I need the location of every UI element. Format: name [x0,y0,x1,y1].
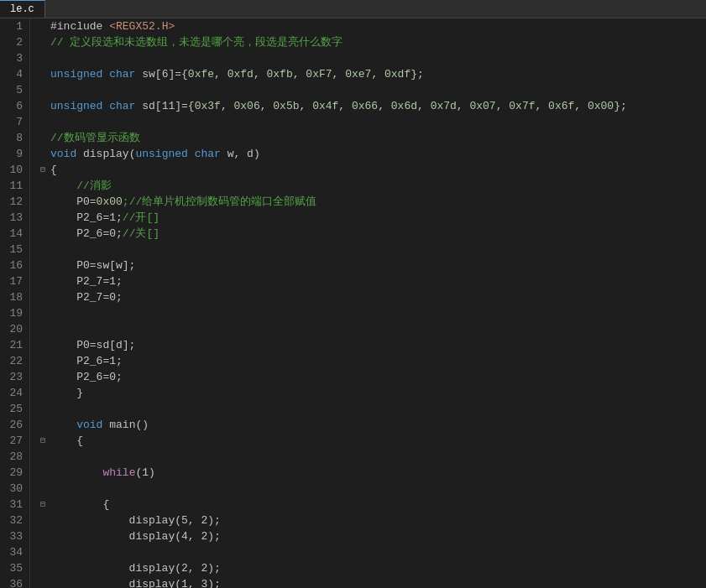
code-text: #include <REGX52.H> [50,18,699,34]
line-number-10: 10 [3,162,23,178]
code-line-14: P2_6=0;//关[] [37,226,699,242]
code-line-33: display(4, 2); [37,528,699,544]
code-line-10: ⊟{ [37,162,699,178]
code-line-4: unsigned char sw[6]={0xfe, 0xfd, 0xfb, 0… [37,66,699,82]
code-editor: 1234567891011121314151617181920212223242… [0,18,706,588]
line-number-35: 35 [3,560,23,576]
code-text: void main() [50,417,699,433]
code-text: { [50,433,699,449]
code-line-6: unsigned char sd[11]={0x3f, 0x06, 0x5b, … [37,98,699,114]
line-number-12: 12 [3,194,23,210]
code-text: //消影 [50,178,699,194]
line-number-29: 29 [3,465,23,481]
line-number-6: 6 [3,98,23,114]
code-line-27: ⊟ { [37,433,699,449]
line-number-7: 7 [3,114,23,130]
line-number-16: 16 [3,258,23,273]
code-text: // 定义段选和未选数组，未选是哪个亮，段选是亮什么数字 [50,34,699,50]
code-line-34 [37,544,699,560]
code-line-19 [37,305,699,321]
line-number-14: 14 [3,226,23,242]
line-number-21: 21 [3,337,23,353]
code-text: display(5, 2); [50,513,699,528]
code-line-22: P2_6=1; [37,353,699,369]
line-number-18: 18 [3,289,23,305]
code-text: P2_7=1; [50,273,699,289]
code-text: P0=sd[d]; [50,337,699,353]
code-line-25 [37,401,699,417]
code-text: P2_6=1;//开[] [50,210,699,226]
line-number-23: 23 [3,369,23,385]
code-line-21: P0=sd[d]; [37,337,699,353]
code-line-24: } [37,385,699,401]
line-number-17: 17 [3,273,23,289]
line-number-22: 22 [3,353,23,369]
line-numbers: 1234567891011121314151617181920212223242… [0,18,30,588]
code-line-28 [37,449,699,465]
code-content[interactable]: #include <REGX52.H>// 定义段选和未选数组，未选是哪个亮，段… [30,18,706,588]
code-line-7 [37,114,699,130]
line-number-20: 20 [3,321,23,337]
code-text: { [50,497,699,513]
code-line-11: //消影 [37,178,699,194]
fold-indicator[interactable]: ⊟ [37,497,49,513]
line-number-27: 27 [3,433,23,449]
code-line-15 [37,242,699,258]
line-number-36: 36 [3,576,23,588]
code-line-30 [37,481,699,497]
line-number-32: 32 [3,513,23,528]
line-number-19: 19 [3,305,23,321]
code-text: display(4, 2); [50,528,699,544]
line-number-33: 33 [3,528,23,544]
line-number-26: 26 [3,417,23,433]
code-line-32: display(5, 2); [37,513,699,528]
code-text: while(1) [50,465,699,481]
line-number-25: 25 [3,401,23,417]
fold-indicator[interactable]: ⊟ [37,162,49,178]
tab-label: le.c [10,3,34,15]
line-number-1: 1 [3,18,23,34]
code-text: { [50,162,699,178]
code-line-31: ⊟ { [37,497,699,513]
code-text: P0=sw[w]; [50,258,699,273]
line-number-13: 13 [3,210,23,226]
code-line-35: display(2, 2); [37,560,699,576]
line-number-5: 5 [3,82,23,98]
code-text: display(1, 3); [50,576,699,588]
code-text: } [50,385,699,401]
line-number-15: 15 [3,242,23,258]
code-line-26: void main() [37,417,699,433]
line-number-8: 8 [3,130,23,146]
fold-indicator[interactable]: ⊟ [37,433,49,449]
code-line-3 [37,50,699,66]
code-line-5 [37,82,699,98]
code-text: display(2, 2); [50,560,699,576]
tab-bar: le.c [0,0,706,18]
code-text: P0=0x00;//给单片机控制数码管的端口全部赋值 [50,194,699,210]
code-line-8: //数码管显示函数 [37,130,699,146]
code-text: P2_7=0; [50,289,699,305]
code-text: unsigned char sd[11]={0x3f, 0x06, 0x5b, … [50,98,699,114]
code-line-16: P0=sw[w]; [37,258,699,273]
code-line-2: // 定义段选和未选数组，未选是哪个亮，段选是亮什么数字 [37,34,699,50]
code-line-20 [37,321,699,337]
line-number-2: 2 [3,34,23,50]
line-number-9: 9 [3,146,23,162]
code-text: void display(unsigned char w, d) [50,146,699,162]
line-number-11: 11 [3,178,23,194]
code-line-17: P2_7=1; [37,273,699,289]
code-line-36: display(1, 3); [37,576,699,588]
tab-le-c[interactable]: le.c [0,0,45,18]
code-line-12: P0=0x00;//给单片机控制数码管的端口全部赋值 [37,194,699,210]
code-text: unsigned char sw[6]={0xfe, 0xfd, 0xfb, 0… [50,66,699,82]
code-text: P2_6=1; [50,353,699,369]
code-line-1: #include <REGX52.H> [37,18,699,34]
line-number-30: 30 [3,481,23,497]
code-text: //数码管显示函数 [50,130,699,146]
code-text: P2_6=0; [50,369,699,385]
line-number-34: 34 [3,544,23,560]
line-number-31: 31 [3,497,23,513]
code-line-23: P2_6=0; [37,369,699,385]
code-line-18: P2_7=0; [37,289,699,305]
code-line-13: P2_6=1;//开[] [37,210,699,226]
